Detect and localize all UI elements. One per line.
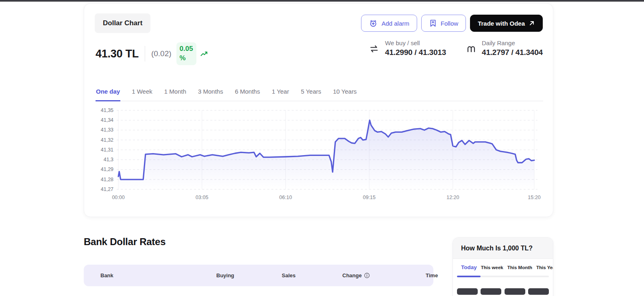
price-chart: 00:0003:0506:1009:1512:2015:2041,3541,34… [94, 105, 543, 204]
add-alarm-button[interactable]: Add alarm [361, 15, 417, 32]
converter-title: How Much Is 1,000 TL? [461, 245, 545, 252]
range-tab-3-months[interactable]: 3 Months [198, 88, 224, 101]
dollar-chart-card: Dollar Chart Add alarm Follow [84, 3, 553, 217]
x-axis-label: 03:05 [196, 195, 208, 200]
converter-tab-this-month[interactable]: This Month [507, 265, 532, 270]
alarm-plus-icon [369, 19, 378, 28]
range-tab-5-years[interactable]: 5 Years [300, 88, 322, 101]
x-axis-label: 12:20 [446, 195, 459, 200]
trending-up-icon [200, 50, 208, 57]
daily-range-block: Daily Range 41.2797 / 41.3404 [466, 39, 543, 58]
price-row: 41.30 TL (0.02) 0.05 % [96, 41, 208, 66]
converter-tab-this-year[interactable]: This Year [536, 265, 553, 270]
range-tab-1-week[interactable]: 1 Week [131, 88, 153, 101]
column-header-buying: Buying [216, 272, 282, 278]
y-axis-label: 41,33 [101, 127, 113, 133]
range-tab-one-day[interactable]: One day [96, 88, 120, 101]
range-tab-6-months[interactable]: 6 Months [235, 88, 261, 101]
converter-tab-today[interactable]: Today [461, 264, 477, 270]
range-tabs: One day1 Week1 Month3 Months6 Months1 Ye… [96, 88, 543, 101]
card-header: Dollar Chart Add alarm Follow [95, 13, 543, 33]
add-alarm-label: Add alarm [381, 20, 409, 27]
column-header-sales: Sales [282, 272, 342, 278]
column-header-bank: Bank [100, 272, 216, 278]
range-tab-1-month[interactable]: 1 Month [164, 88, 187, 101]
header-actions: Add alarm Follow Trade with Odea [361, 15, 543, 32]
converter-tab-track [457, 276, 549, 277]
chart-area: 00:0003:0506:1009:1512:2015:2041,3541,34… [94, 105, 543, 204]
y-axis-label: 41,3 [104, 157, 113, 162]
bank-rates-header-row: Bank Buying Sales Change Time [84, 265, 433, 286]
page: Dollar Chart Add alarm Follow [0, 0, 644, 296]
x-axis-label: 09:15 [363, 195, 375, 200]
y-axis-label: 41,27 [101, 186, 113, 192]
column-header-time: Time [426, 272, 438, 278]
range-bars-icon [466, 44, 476, 54]
quote-info-blocks: We buy / sell 41.2990 / 41.3013 Daily Ra… [369, 39, 543, 58]
currency-chip[interactable] [481, 288, 501, 295]
price-divider [145, 46, 145, 61]
y-axis-label: 41,35 [101, 107, 113, 113]
bank-rates-title: Bank Dollar Rates [84, 236, 165, 248]
bookmark-plus-icon [429, 19, 437, 28]
converter-tab-this-week[interactable]: This week [481, 265, 503, 270]
currency-chip[interactable] [457, 288, 478, 295]
change-absolute: (0.02) [151, 49, 172, 58]
page-title: Dollar Chart [95, 13, 150, 33]
follow-button[interactable]: Follow [421, 15, 466, 32]
column-header-change-label: Change [342, 272, 362, 278]
currency-chip[interactable] [528, 288, 549, 295]
daily-range-value: 41.2797 / 41.3404 [482, 47, 543, 58]
y-axis-label: 41,34 [101, 117, 113, 123]
top-accent-bar [0, 0, 644, 2]
trade-with-odea-label: Trade with Odea [478, 20, 525, 27]
we-buy-sell-value: 41.2990 / 41.3013 [385, 47, 446, 58]
x-axis-label: 15:20 [528, 195, 540, 200]
change-percent-badge: 0.05 % [176, 42, 196, 65]
currency-chip[interactable] [505, 288, 525, 295]
converter-card: How Much Is 1,000 TL? TodayThis weekThis… [453, 237, 553, 296]
range-tab-10-years[interactable]: 10 Years [333, 88, 357, 101]
we-buy-sell-label: We buy / sell [385, 39, 446, 47]
currency-chips-row [453, 288, 553, 295]
trade-with-odea-button[interactable]: Trade with Odea [470, 15, 543, 32]
y-axis-label: 41,28 [101, 177, 113, 182]
price-value: 41.30 TL [96, 48, 139, 60]
x-axis-label: 00:00 [112, 195, 124, 200]
arrow-up-right-icon [529, 20, 535, 26]
we-buy-sell-block: We buy / sell 41.2990 / 41.3013 [369, 39, 446, 58]
info-icon[interactable] [364, 272, 370, 278]
daily-range-label: Daily Range [482, 39, 543, 47]
range-tab-1-year[interactable]: 1 Year [271, 88, 289, 101]
x-axis-label: 06:10 [279, 195, 292, 200]
follow-label: Follow [441, 20, 458, 27]
converter-tabs: TodayThis weekThis MonthThis Year [453, 264, 553, 270]
column-header-change: Change [342, 272, 426, 278]
converter-header: How Much Is 1,000 TL? [453, 238, 553, 259]
swap-arrows-icon [369, 44, 379, 54]
y-axis-label: 41,31 [101, 147, 113, 153]
y-axis-label: 41,32 [101, 137, 113, 143]
y-axis-label: 41,29 [101, 167, 113, 173]
active-tab-underline [457, 276, 481, 277]
